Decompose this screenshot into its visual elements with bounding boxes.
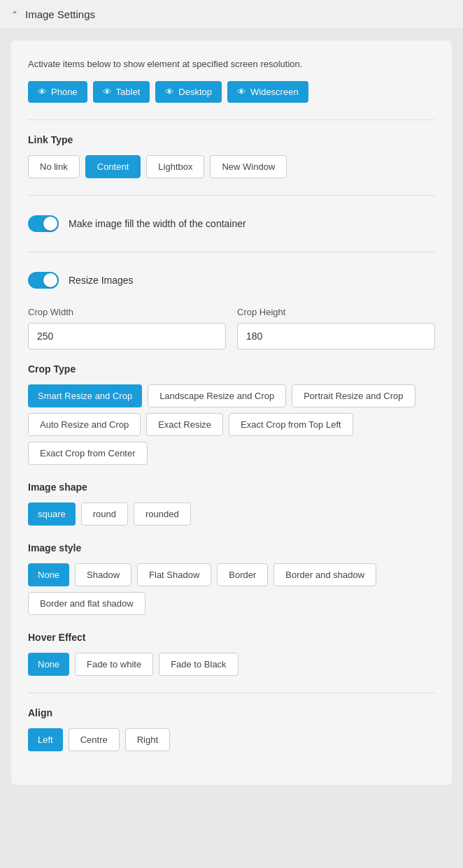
right-align-button[interactable]: Right (125, 728, 170, 751)
divider-3 (28, 252, 435, 252)
fill-width-label: Make image fill the width of the contain… (69, 218, 246, 229)
left-align-button[interactable]: Left (28, 728, 63, 751)
settings-panel: Activate items below to show element at … (11, 41, 452, 785)
link-type-label: Link Type (28, 134, 435, 145)
align-section: Align Left Centre Right (28, 707, 435, 751)
eye-icon: 👁 (165, 87, 174, 97)
auto-resize-button[interactable]: Auto Resize and Crop (28, 413, 141, 436)
phone-button[interactable]: 👁 Phone (28, 81, 87, 103)
round-button[interactable]: round (81, 502, 128, 526)
crop-inputs-row: Crop Width Crop Height (28, 307, 435, 349)
activate-text: Activate items below to show element at … (28, 57, 435, 71)
resize-images-row: Resize Images (28, 266, 435, 294)
image-style-buttons: None Shadow Flat Shadow Border Border an… (28, 563, 435, 615)
page-title: Image Settings (25, 8, 95, 20)
image-shape-buttons: square round rounded (28, 502, 435, 526)
divider-4 (28, 693, 435, 693)
hover-effect-label: Hover Effect (28, 632, 435, 643)
content-button[interactable]: Content (85, 155, 141, 178)
border-shadow-button[interactable]: Border and shadow (273, 563, 376, 586)
eye-icon: 👁 (38, 87, 47, 97)
divider-2 (28, 195, 435, 196)
border-button[interactable]: Border (217, 563, 268, 586)
centre-align-button[interactable]: Centre (69, 728, 120, 751)
widescreen-label: Widescreen (250, 87, 299, 97)
portrait-resize-button[interactable]: Portrait Resize and Crop (292, 384, 415, 407)
eye-icon: 👁 (103, 87, 112, 97)
toggle-knob-2 (43, 273, 57, 287)
none-hover-button[interactable]: None (28, 653, 69, 676)
shadow-button[interactable]: Shadow (75, 563, 131, 586)
fill-width-row: Make image fill the width of the contain… (28, 210, 435, 238)
image-shape-section: Image shape square round rounded (28, 482, 435, 526)
none-style-button[interactable]: None (28, 563, 69, 586)
fill-width-toggle[interactable] (28, 215, 59, 232)
rounded-button[interactable]: rounded (134, 502, 191, 526)
tablet-button[interactable]: 👁 Tablet (93, 81, 150, 103)
lightbox-button[interactable]: Lightbox (146, 155, 204, 178)
smart-resize-button[interactable]: Smart Resize and Crop (28, 384, 142, 407)
crop-type-buttons: Smart Resize and Crop Landscape Resize a… (28, 384, 435, 465)
square-button[interactable]: square (28, 502, 76, 526)
device-buttons: 👁 Phone 👁 Tablet 👁 Desktop 👁 Widescreen (28, 81, 435, 103)
eye-icon: 👁 (237, 87, 246, 97)
crop-height-group: Crop Height (237, 307, 435, 349)
landscape-resize-button[interactable]: Landscape Resize and Crop (148, 384, 286, 407)
link-type-buttons: No link Content Lightbox New Window (28, 155, 435, 178)
crop-width-group: Crop Width (28, 307, 226, 349)
align-label: Align (28, 707, 435, 718)
header: ⌃ Image Settings (0, 0, 463, 29)
fade-white-button[interactable]: Fade to white (75, 653, 153, 676)
crop-width-input[interactable] (28, 323, 226, 349)
crop-height-label: Crop Height (237, 307, 435, 317)
link-type-section: Link Type No link Content Lightbox New W… (28, 134, 435, 178)
hover-effect-buttons: None Fade to white Fade to Black (28, 653, 435, 676)
activate-section: Activate items below to show element at … (28, 57, 435, 103)
hover-effect-section: Hover Effect None Fade to white Fade to … (28, 632, 435, 676)
flat-shadow-button[interactable]: Flat Shadow (137, 563, 211, 586)
divider-1 (28, 120, 435, 120)
exact-crop-topleft-button[interactable]: Exact Crop from Top Left (229, 413, 353, 436)
crop-width-label: Crop Width (28, 307, 226, 317)
chevron-icon: ⌃ (11, 10, 18, 20)
exact-resize-button[interactable]: Exact Resize (146, 413, 223, 436)
exact-crop-center-button[interactable]: Exact Crop from Center (28, 442, 148, 465)
crop-type-section: Crop Type Smart Resize and Crop Landscap… (28, 363, 435, 465)
desktop-button[interactable]: 👁 Desktop (155, 81, 222, 103)
border-flat-shadow-button[interactable]: Border and flat shadow (28, 592, 145, 615)
main-content: Activate items below to show element at … (0, 29, 463, 796)
new-window-button[interactable]: New Window (210, 155, 287, 178)
fade-black-button[interactable]: Fade to Black (159, 653, 238, 676)
resize-images-label: Resize Images (69, 275, 134, 286)
image-style-section: Image style None Shadow Flat Shadow Bord… (28, 542, 435, 615)
image-style-label: Image style (28, 542, 435, 554)
no-link-button[interactable]: No link (28, 155, 80, 178)
desktop-label: Desktop (178, 87, 212, 97)
crop-type-label: Crop Type (28, 363, 435, 375)
crop-height-input[interactable] (237, 323, 435, 349)
toggle-knob (43, 217, 57, 231)
widescreen-button[interactable]: 👁 Widescreen (227, 81, 308, 103)
resize-images-toggle[interactable] (28, 272, 59, 289)
image-shape-label: Image shape (28, 482, 435, 493)
phone-label: Phone (51, 87, 78, 97)
tablet-label: Tablet (116, 87, 141, 97)
align-buttons: Left Centre Right (28, 728, 435, 751)
